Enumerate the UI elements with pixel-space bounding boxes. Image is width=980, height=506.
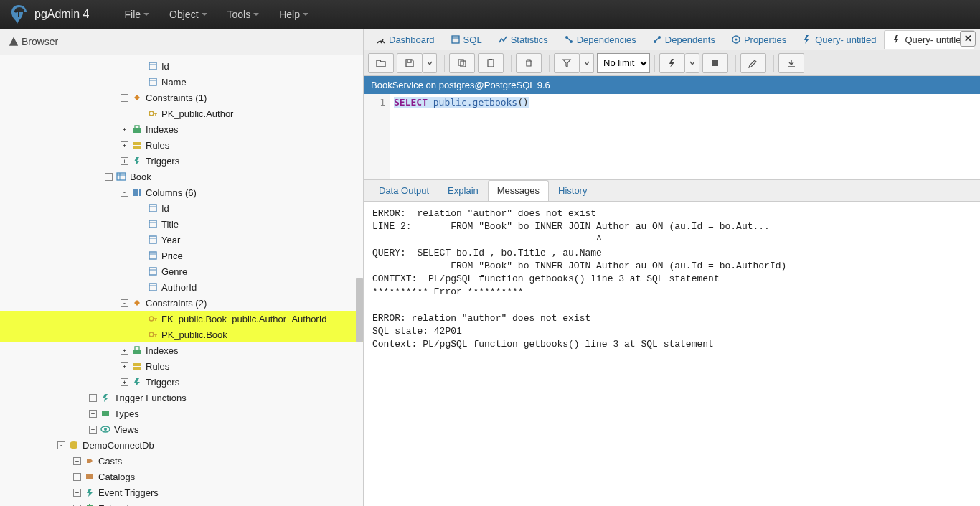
menu-file[interactable]: File [115, 9, 160, 20]
tree-column-id[interactable]: Id [0, 58, 363, 74]
svg-rect-36 [133, 363, 141, 366]
database-icon [68, 439, 80, 451]
svg-rect-35 [133, 350, 141, 354]
edit-button[interactable] [740, 53, 766, 73]
expand-icon[interactable]: + [89, 394, 97, 402]
tree-rules[interactable]: +Rules [0, 137, 363, 153]
tree-indexes[interactable]: +Indexes [0, 121, 363, 137]
svg-point-5 [149, 111, 154, 116]
expand-icon[interactable]: + [121, 362, 128, 370]
execute-button[interactable] [659, 53, 685, 73]
filter-button[interactable] [554, 53, 580, 73]
save-dropdown[interactable] [423, 53, 437, 73]
foreign-key-icon [147, 313, 159, 324]
tree-trigger-functions[interactable]: +Trigger Functions [0, 390, 363, 406]
dependencies-icon [564, 34, 574, 44]
tree-db-democonnectdb[interactable]: -DemoConnectDb [0, 437, 363, 453]
download-button[interactable] [778, 53, 804, 73]
tree-rules2[interactable]: +Rules [0, 358, 363, 374]
menu-tools[interactable]: Tools [217, 9, 270, 20]
messages-output[interactable]: ERROR: relation "author" does not exist … [364, 202, 980, 506]
rtab-messages[interactable]: Messages [488, 180, 549, 201]
tree-constraints-author[interactable]: -Constraints (1) [0, 90, 363, 106]
connection-bar: BookService on postgres@PostgreSQL 9.6 [364, 76, 980, 94]
stop-button[interactable] [702, 53, 728, 73]
top-tabs: Dashboard SQL Statistics Dependencies De… [364, 29, 980, 50]
rtab-explain[interactable]: Explain [438, 180, 488, 201]
rtab-data-output[interactable]: Data Output [369, 180, 438, 201]
svg-rect-19 [149, 220, 156, 228]
rtab-history[interactable]: History [549, 180, 596, 201]
extensions-icon [84, 502, 95, 506]
collapse-icon[interactable]: - [121, 94, 128, 102]
expand-icon[interactable]: + [89, 410, 97, 418]
sql-editor[interactable]: 1 SELECT public.getbooks() [364, 94, 980, 180]
tab-statistics[interactable]: Statistics [490, 30, 556, 49]
open-file-button[interactable] [368, 53, 394, 73]
collapse-icon[interactable]: - [121, 189, 128, 197]
tab-query1[interactable]: Query- untitled [794, 30, 884, 49]
tab-dependencies[interactable]: Dependencies [556, 30, 644, 49]
tree-scrollbar[interactable] [356, 278, 363, 342]
tree-indexes2[interactable]: +Indexes [0, 342, 363, 358]
tree-pk-book[interactable]: PK_public.Book [0, 327, 363, 342]
tree-fk-book[interactable]: FK_public.Book_public.Author_AuthorId [0, 311, 363, 327]
svg-rect-23 [149, 252, 156, 259]
svg-rect-21 [149, 236, 156, 243]
tree-views[interactable]: +Views [0, 421, 363, 437]
expand-icon[interactable]: + [89, 426, 97, 434]
tree-column-id2[interactable]: Id [0, 200, 363, 216]
tree-extensions[interactable]: +Extensions [0, 500, 363, 506]
tree-pk-author[interactable]: PK_public.Author [0, 106, 363, 121]
paste-button[interactable] [478, 53, 504, 73]
expand-icon[interactable]: + [73, 473, 81, 481]
tree-types[interactable]: +Types [0, 406, 363, 421]
tree-column-title[interactable]: Title [0, 216, 363, 232]
tree-constraints-book[interactable]: -Constraints (2) [0, 295, 363, 311]
tree-column-price[interactable]: Price [0, 248, 363, 263]
expand-icon[interactable]: + [121, 157, 128, 165]
delete-button[interactable] [516, 53, 542, 73]
tree-column-authorid[interactable]: AuthorId [0, 279, 363, 295]
tree-columns-book[interactable]: -Columns (6) [0, 184, 363, 200]
tree-column-name[interactable]: Name [0, 74, 363, 90]
tree-triggers2[interactable]: +Triggers [0, 374, 363, 390]
browser-label: Browser [22, 36, 58, 47]
column-icon [147, 281, 159, 293]
code-area[interactable]: SELECT public.getbooks() [390, 94, 980, 179]
save-button[interactable] [397, 53, 423, 73]
collapse-icon[interactable]: - [121, 299, 128, 307]
expand-icon[interactable]: + [121, 347, 128, 355]
tree-table-book[interactable]: -Book [0, 169, 363, 184]
copy-button[interactable] [449, 53, 475, 73]
collapse-icon[interactable]: - [105, 173, 113, 181]
object-tree[interactable]: Id Name -Constraints (1) PK_public.Autho… [0, 55, 363, 506]
expand-icon[interactable]: + [73, 489, 81, 497]
menu-object[interactable]: Object [159, 9, 217, 20]
collapse-icon[interactable]: - [57, 441, 65, 449]
tree-catalogs[interactable]: +Catalogs [0, 469, 363, 484]
tree-triggers[interactable]: +Triggers [0, 153, 363, 169]
catalogs-icon [84, 471, 95, 482]
event-triggers-icon [84, 487, 95, 498]
expand-icon[interactable]: + [121, 126, 128, 133]
tree-event-triggers[interactable]: +Event Triggers [0, 484, 363, 500]
close-tab-button[interactable]: ✕ [960, 31, 976, 47]
tab-properties[interactable]: Properties [723, 30, 794, 49]
tree-column-year[interactable]: Year [0, 232, 363, 248]
menu-help[interactable]: Help [269, 9, 319, 20]
triggers-icon [131, 155, 143, 167]
expand-icon[interactable]: + [121, 141, 128, 149]
tab-sql[interactable]: SQL [443, 30, 490, 49]
expand-icon[interactable]: + [121, 378, 128, 386]
tree-casts[interactable]: +Casts [0, 453, 363, 469]
filter-dropdown[interactable] [580, 53, 594, 73]
browser-header: Browser [0, 29, 363, 55]
limit-select[interactable]: No limit [597, 53, 650, 73]
svg-rect-14 [133, 189, 136, 196]
execute-dropdown[interactable] [685, 53, 699, 73]
tab-dashboard[interactable]: Dashboard [368, 30, 443, 49]
tree-column-genre[interactable]: Genre [0, 263, 363, 279]
expand-icon[interactable]: + [73, 457, 81, 465]
tab-dependents[interactable]: Dependents [644, 30, 723, 49]
